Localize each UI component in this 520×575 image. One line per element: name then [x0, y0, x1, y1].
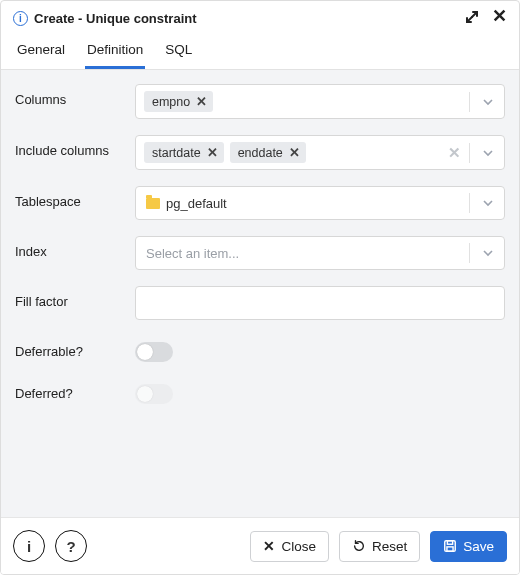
tab-general[interactable]: General	[15, 34, 67, 69]
chevron-down-icon[interactable]	[476, 96, 500, 108]
tablespace-value: pg_default	[166, 196, 227, 211]
include-column-chip: enddate ✕	[230, 142, 306, 163]
reset-button-label: Reset	[372, 539, 407, 554]
index-select[interactable]: Select an item...	[135, 236, 505, 270]
tab-bar: General Definition SQL	[1, 34, 519, 70]
columns-select[interactable]: empno ✕	[135, 84, 505, 119]
fill-factor-label: Fill factor	[15, 286, 135, 309]
folder-icon	[146, 198, 160, 209]
reset-icon	[352, 539, 366, 553]
column-chip: empno ✕	[144, 91, 213, 112]
dialog-title: Create - Unique constraint	[34, 11, 197, 26]
clear-all-icon[interactable]: ✕	[446, 144, 463, 162]
tab-definition[interactable]: Definition	[85, 34, 145, 69]
close-icon[interactable]: ✕	[492, 9, 507, 28]
deferred-toggle	[135, 384, 173, 404]
chip-remove-icon[interactable]: ✕	[207, 145, 218, 160]
close-button[interactable]: ✕ Close	[250, 531, 329, 562]
deferrable-toggle[interactable]	[135, 342, 173, 362]
svg-rect-2	[447, 547, 453, 551]
chip-label: startdate	[152, 146, 201, 160]
info-button[interactable]: i	[13, 530, 45, 562]
close-icon: ✕	[263, 539, 275, 553]
chevron-down-icon[interactable]	[476, 247, 500, 259]
info-icon: i	[27, 538, 31, 555]
index-label: Index	[15, 236, 135, 259]
include-columns-label: Include columns	[15, 135, 135, 158]
include-column-chip: startdate ✕	[144, 142, 224, 163]
chip-label: enddate	[238, 146, 283, 160]
question-icon: ?	[66, 538, 75, 555]
chip-label: empno	[152, 95, 190, 109]
deferrable-label: Deferrable?	[15, 336, 135, 359]
reset-button[interactable]: Reset	[339, 531, 420, 562]
tablespace-label: Tablespace	[15, 186, 135, 209]
expand-icon[interactable]	[464, 9, 480, 28]
save-button[interactable]: Save	[430, 531, 507, 562]
save-icon	[443, 539, 457, 553]
index-placeholder: Select an item...	[140, 242, 463, 265]
chevron-down-icon[interactable]	[476, 197, 500, 209]
svg-rect-1	[448, 541, 453, 545]
chevron-down-icon[interactable]	[476, 147, 500, 159]
dialog-footer: i ? ✕ Close Reset	[1, 517, 519, 574]
form-body: Columns empno ✕ Include	[1, 70, 519, 517]
create-unique-constraint-dialog: i Create - Unique constraint ✕ General D…	[0, 0, 520, 575]
fill-factor-input[interactable]	[135, 286, 505, 320]
close-button-label: Close	[281, 539, 316, 554]
dialog-titlebar: i Create - Unique constraint ✕	[1, 1, 519, 34]
columns-label: Columns	[15, 84, 135, 107]
deferred-label: Deferred?	[15, 378, 135, 401]
chip-remove-icon[interactable]: ✕	[196, 94, 207, 109]
save-button-label: Save	[463, 539, 494, 554]
help-button[interactable]: ?	[55, 530, 87, 562]
tablespace-select[interactable]: pg_default	[135, 186, 505, 220]
include-columns-select[interactable]: startdate ✕ enddate ✕ ✕	[135, 135, 505, 170]
tab-sql[interactable]: SQL	[163, 34, 194, 69]
info-icon: i	[13, 11, 28, 26]
chip-remove-icon[interactable]: ✕	[289, 145, 300, 160]
